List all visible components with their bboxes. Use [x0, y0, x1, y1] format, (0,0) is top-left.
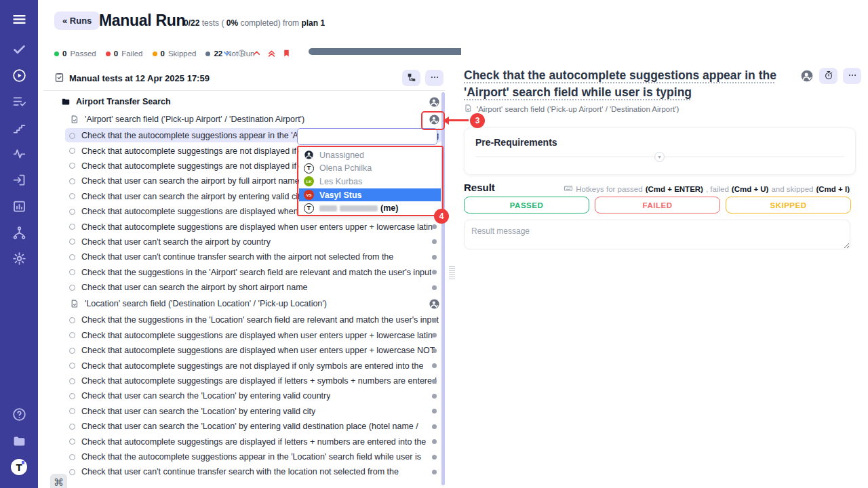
- expand-toggle[interactable]: ▾: [654, 152, 665, 162]
- test-row[interactable]: Check that the suggestions in the 'Locat…: [38, 312, 446, 327]
- tree-view-button[interactable]: [402, 70, 420, 86]
- failed-button[interactable]: FAILED: [595, 197, 720, 214]
- test-status-ring: [69, 317, 75, 323]
- more-options-button[interactable]: [843, 68, 861, 84]
- assign-user-icon[interactable]: [800, 69, 814, 83]
- test-status-ring: [69, 393, 75, 399]
- test-status-ring: [69, 209, 75, 215]
- passed-button[interactable]: PASSED: [464, 197, 589, 214]
- ellipsis-icon: [430, 73, 439, 84]
- test-row[interactable]: Check that autocomplete suggestions are …: [38, 219, 446, 234]
- percent-complete: 0%: [226, 18, 238, 28]
- sidebar-branch-icon[interactable]: [11, 224, 27, 241]
- not-run-dot: [432, 394, 437, 399]
- suite-folder-row[interactable]: Airport Transfer Search: [38, 93, 446, 110]
- panel-resize-handle[interactable]: [449, 266, 455, 279]
- assignee-search-input[interactable]: [297, 128, 437, 145]
- test-status-ring: [69, 424, 75, 430]
- test-actions: [800, 68, 861, 84]
- test-status-ring: [69, 469, 75, 475]
- test-row[interactable]: Check that the autocomplete suggestions …: [38, 449, 446, 464]
- sidebar-logo-icon[interactable]: T: [11, 459, 27, 475]
- skipped-button[interactable]: SKIPPED: [726, 197, 851, 214]
- test-row[interactable]: Check that autocomplete suggestings are …: [38, 434, 446, 449]
- test-row[interactable]: Check that user can't continue transfer …: [38, 464, 446, 479]
- annotation-box-assignee-icon: [421, 111, 445, 130]
- assign-user-icon[interactable]: [429, 298, 440, 310]
- test-row[interactable]: Check that autocomplete suggestings are …: [38, 358, 446, 373]
- test-row[interactable]: Check that autocomplete suggestings are …: [38, 373, 446, 388]
- test-row[interactable]: Check that autocomplete suggestions are …: [38, 343, 446, 358]
- sidebar-play-circle-icon[interactable]: [11, 67, 27, 83]
- not-run-dot: [432, 409, 437, 413]
- test-row[interactable]: Check that user can't continue transfer …: [38, 249, 446, 264]
- sidebar-gear-icon[interactable]: [11, 250, 27, 266]
- result-section-title: Result: [464, 182, 495, 193]
- test-status-ring: [69, 163, 75, 169]
- status-failed[interactable]: 0 Failed: [106, 49, 143, 58]
- sidebar-steps-icon[interactable]: [11, 119, 27, 136]
- test-status-ring: [69, 454, 75, 460]
- not-run-dot: [432, 348, 437, 353]
- tree-toggle-icon: [407, 73, 416, 84]
- chevron-down-icon[interactable]: [222, 49, 231, 58]
- hotkeys-hint: Hotkeys for passed(Cmd + ENTER), failed(…: [564, 184, 850, 195]
- test-row[interactable]: Check that the suggestions in the 'Airpo…: [38, 265, 446, 280]
- keyboard-icon: [564, 184, 573, 195]
- test-row[interactable]: Check that user can search the 'Location…: [38, 388, 446, 403]
- test-status-ring: [69, 378, 75, 384]
- test-row[interactable]: Check that user can't search the airport…: [38, 235, 446, 249]
- test-row[interactable]: Check that autocomplete suggestions are …: [38, 328, 446, 343]
- suite-doc-row[interactable]: 'Location' search field ('Destination Lo…: [38, 295, 446, 312]
- annotation-step-3: 3: [470, 113, 485, 128]
- status-skipped[interactable]: 0 Skipped: [153, 49, 197, 58]
- test-row[interactable]: Check that user can search the airport b…: [38, 280, 446, 295]
- sidebar-chart-icon[interactable]: [11, 198, 27, 214]
- sidebar-help-icon[interactable]: [11, 406, 27, 422]
- suite-doc-row[interactable]: 'Airport' search field ('Pick-up Airport…: [38, 110, 446, 128]
- test-detail-panel: Check that the autocomplete suggestions …: [461, 0, 868, 488]
- not-run-dot: [432, 470, 437, 474]
- back-to-runs-button[interactable]: « Runs: [54, 12, 100, 30]
- not-run-dot: [432, 455, 437, 460]
- test-row[interactable]: Check that user can search the 'Location…: [38, 404, 446, 419]
- result-message-input[interactable]: [464, 220, 850, 249]
- ellipsis-icon: [848, 70, 857, 82]
- sidebar-folder-stack-icon[interactable]: [11, 432, 27, 449]
- timer-button[interactable]: [819, 68, 837, 84]
- chevrons-up-icon[interactable]: [267, 49, 276, 58]
- status-passed[interactable]: 0 Passed: [54, 49, 96, 58]
- not-run-dot: [432, 439, 437, 444]
- app-sidebar: T: [0, 0, 38, 488]
- page-title: Manual Run: [99, 12, 185, 30]
- assign-user-icon[interactable]: [429, 96, 440, 108]
- document-icon: [70, 115, 79, 124]
- status-dot: [106, 52, 111, 56]
- sidebar-list-check-icon[interactable]: [11, 93, 27, 109]
- bookmark-icon[interactable]: [282, 49, 291, 58]
- test-title[interactable]: Check that the autocomplete suggestions …: [464, 67, 788, 101]
- sidebar-menu-icon[interactable]: [11, 11, 27, 27]
- more-options-button[interactable]: [425, 70, 443, 86]
- test-status-ring: [69, 408, 75, 414]
- breadcrumb[interactable]: 'Airport' search field ('Pick-up Airport…: [464, 104, 679, 114]
- test-status-ring: [69, 363, 75, 369]
- not-run-dot: [432, 285, 437, 290]
- suite-title: Manual tests at 12 Apr 2025 17:59: [69, 73, 210, 83]
- circle-icon[interactable]: [237, 49, 246, 58]
- sidebar-check-icon[interactable]: [11, 41, 27, 57]
- command-key-hint[interactable]: ⌘: [50, 474, 67, 488]
- chevron-up-icon[interactable]: [252, 49, 261, 58]
- plan-link[interactable]: plan 1: [301, 18, 325, 28]
- sidebar-sign-in-icon[interactable]: [11, 171, 27, 188]
- test-status-ring: [69, 193, 75, 199]
- not-run-dot: [432, 224, 437, 229]
- document-icon: [464, 104, 473, 114]
- test-status-ring: [69, 178, 75, 184]
- run-meta: 0/22 tests ( 0% completed) from plan 1: [184, 18, 325, 28]
- test-row[interactable]: Check that user can search the 'Location…: [38, 419, 446, 434]
- folder-icon: [61, 97, 71, 106]
- not-run-dot: [432, 333, 437, 338]
- sidebar-activity-icon[interactable]: [11, 145, 27, 161]
- document-icon: [70, 299, 79, 308]
